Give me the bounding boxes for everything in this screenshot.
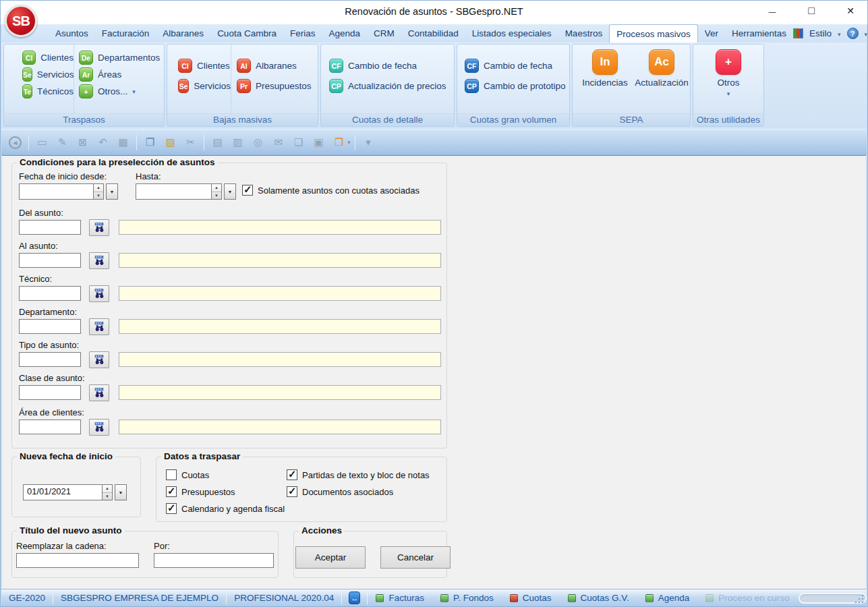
menu-procesos-masivos[interactable]: Procesos masivos (609, 24, 698, 42)
traspasos-clientes-button[interactable]: Cl Clientes (22, 51, 74, 65)
area-clientes-input[interactable] (19, 420, 81, 434)
delete-button[interactable]: ⊠ (74, 134, 92, 151)
undo-button[interactable]: ↶ (94, 134, 112, 151)
cuotas-detalle-actualizacion-precios-button[interactable]: CP Actualización de precios (329, 79, 446, 93)
al-asunto-input[interactable] (19, 253, 81, 268)
departamento-search-button[interactable] (89, 318, 109, 335)
traspasos-tecnicos-button[interactable]: Te Técnicos (22, 84, 74, 98)
documentos-checkbox[interactable] (287, 486, 297, 497)
departamento-input[interactable] (19, 319, 81, 334)
otras-otros-button[interactable]: + Otros ▾ (716, 45, 741, 113)
copy-button[interactable]: ❐ (141, 134, 159, 151)
por-input[interactable] (154, 553, 274, 568)
traspasos-servicios-button[interactable]: Se Servicios (22, 67, 74, 82)
help-icon[interactable]: ? (847, 28, 859, 39)
cancelar-button[interactable]: Cancelar (380, 546, 451, 569)
status-item-facturas[interactable]: Facturas (368, 593, 432, 603)
menu-maestros[interactable]: Maestros (558, 26, 610, 41)
menu-asuntos[interactable]: Asuntos (49, 26, 95, 41)
clase-asunto-input[interactable] (19, 385, 81, 400)
del-asunto-search-button[interactable] (89, 219, 109, 236)
traspasos-areas-button[interactable]: Ar Áreas (79, 67, 160, 82)
solo-cuotas-checkbox-row[interactable]: Solamente asuntos con cuotas asociadas (242, 185, 419, 196)
tecnico-input[interactable] (19, 286, 81, 301)
bajas-presupuestos-button[interactable]: Pr Presupuestos (237, 79, 312, 93)
print-setup-button[interactable]: ▥ (229, 134, 247, 151)
menu-listados-especiales[interactable]: Listados especiales (465, 26, 558, 41)
traspasos-otros-button[interactable]: + Otros... ▾ (79, 84, 160, 98)
presupuestos-checkbox[interactable] (166, 486, 177, 497)
cuotas-checkbox-row[interactable]: Cuotas (166, 469, 209, 480)
sepa-actualizacion-button[interactable]: Ac Actualización (633, 45, 690, 113)
status-item-cuotas-gv[interactable]: Cuotas G.V. (560, 593, 637, 603)
maximize-button[interactable] (805, 5, 817, 17)
del-asunto-input[interactable] (19, 220, 81, 235)
save-button[interactable]: ▦ (114, 134, 132, 151)
remote-support-icon[interactable]: ↔ (349, 591, 360, 604)
cut-button[interactable]: ✂ (181, 134, 200, 151)
menu-herramientas[interactable]: Herramientas (725, 26, 793, 41)
presupuestos-checkbox-row[interactable]: Presupuestos (166, 486, 235, 497)
clase-asunto-search-button[interactable] (89, 384, 109, 401)
al-asunto-search-button[interactable] (89, 252, 109, 269)
minimize-button[interactable] (766, 5, 778, 17)
menu-ferias[interactable]: Ferias (283, 26, 322, 41)
preview-button[interactable]: ◎ (249, 134, 267, 151)
menu-crm[interactable]: CRM (367, 26, 401, 41)
partidas-checkbox-row[interactable]: Partidas de texto y bloc de notas (287, 469, 430, 480)
sepa-incidencias-button[interactable]: In Incidencias (577, 45, 633, 113)
nueva-fecha-calendar-button[interactable]: ▼ (115, 484, 127, 500)
hasta-calendar-button[interactable]: ▼ (224, 183, 236, 200)
cuotas-detalle-cambio-fecha-button[interactable]: CF Cambio de fecha (329, 59, 446, 73)
cuotas-gv-cambio-fecha-button[interactable]: CF Cambio de fecha (465, 59, 566, 73)
documentos-checkbox-row[interactable]: Documentos asociados (287, 486, 393, 497)
bajas-servicios-button[interactable]: Se Servicios (178, 79, 231, 93)
resize-grip[interactable] (862, 602, 863, 603)
status-item-p-fondos[interactable]: P. Fondos (432, 593, 502, 603)
toolbar-overflow-button[interactable]: ▾ (359, 134, 378, 151)
menu-agenda[interactable]: Agenda (322, 26, 367, 41)
tecnico-search-button[interactable] (89, 285, 109, 302)
hasta-input[interactable] (136, 183, 212, 200)
solo-cuotas-checkbox[interactable] (242, 185, 253, 196)
report-button[interactable]: ❏ (289, 134, 308, 151)
fecha-desde-calendar-button[interactable]: ▼ (106, 183, 118, 200)
windows-button[interactable]: ❒ (330, 134, 348, 151)
tipo-asunto-input[interactable] (19, 352, 81, 367)
style-selector[interactable]: Estilo (809, 28, 832, 38)
paste-button[interactable]: ▨ (161, 134, 179, 151)
list-button[interactable]: ▣ (310, 134, 328, 151)
send-button[interactable]: ✉ (269, 134, 287, 151)
menu-ver[interactable]: Ver (698, 26, 725, 41)
print-button[interactable]: ▤ (208, 134, 227, 151)
new-button[interactable]: ▭ (33, 134, 51, 151)
menu-facturacion[interactable]: Facturación (95, 26, 156, 41)
fecha-desde-spinner[interactable]: ▲▼ (94, 183, 104, 200)
status-item-cuotas[interactable]: Cuotas (502, 593, 560, 603)
back-button[interactable]: ◄ (6, 134, 24, 151)
reemplazar-input[interactable] (16, 553, 139, 568)
bajas-clientes-button[interactable]: Cl Clientes (178, 59, 231, 73)
calendario-checkbox-row[interactable]: Calendario y agenda fiscal (166, 503, 285, 514)
cuotas-gv-cambio-prototipo-button[interactable]: CP Cambio de prototipo (465, 79, 566, 93)
nueva-fecha-input[interactable]: 01/01/2021 (23, 484, 103, 500)
close-button[interactable] (844, 5, 857, 17)
tipo-asunto-search-button[interactable] (89, 351, 109, 368)
menu-cuota-cambra[interactable]: Cuota Cambra (210, 26, 283, 41)
cuotas-checkbox[interactable] (166, 469, 177, 480)
area-clientes-search-button[interactable] (89, 419, 109, 436)
aceptar-button[interactable]: Aceptar (295, 546, 366, 569)
nueva-fecha-spinner[interactable]: ▲▼ (103, 484, 113, 500)
menu-contabilidad[interactable]: Contabilidad (401, 26, 465, 41)
edit-button[interactable]: ✎ (53, 134, 71, 151)
partidas-checkbox[interactable] (287, 469, 297, 480)
calendario-checkbox[interactable] (166, 503, 177, 514)
traspasos-departamentos-button[interactable]: De Departamentos (79, 51, 160, 65)
hasta-spinner[interactable]: ▲▼ (212, 183, 222, 200)
menu-albaranes[interactable]: Albaranes (156, 26, 210, 41)
windows-dropdown-arrow-icon[interactable]: ▾ (347, 139, 351, 146)
fecha-desde-input[interactable] (19, 183, 94, 200)
style-dropdown-arrow-icon[interactable] (838, 28, 841, 38)
status-item-agenda[interactable]: Agenda (637, 593, 698, 603)
help-dropdown-arrow-icon[interactable] (865, 28, 868, 38)
